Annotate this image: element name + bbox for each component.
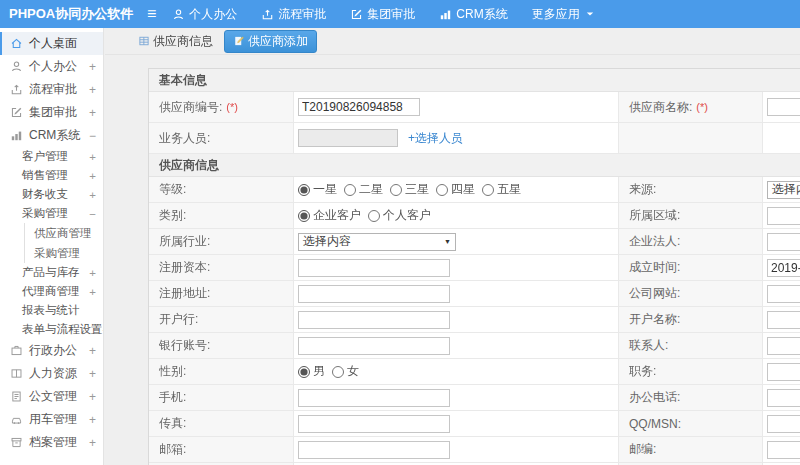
mobile-input[interactable] (298, 389, 450, 407)
radio-button[interactable] (482, 184, 494, 196)
sidebar-item-product-inventory[interactable]: 产品与库存+ (0, 263, 103, 282)
choose-person-link[interactable]: +选择人员 (408, 130, 463, 147)
nav-group-approval[interactable]: 集团审批 (350, 6, 415, 23)
nav-process-approval[interactable]: 流程审批 (261, 6, 326, 23)
postcode-input[interactable] (767, 441, 800, 459)
founded-date-input[interactable] (767, 259, 800, 277)
level-radio-2[interactable]: 三星 (390, 181, 429, 198)
company-website-input[interactable] (767, 285, 800, 303)
radio-button[interactable] (332, 366, 344, 378)
position-input[interactable] (767, 363, 800, 381)
sidebar-item-personal-office[interactable]: 个人办公+ (0, 55, 103, 78)
bank-account-input[interactable] (298, 337, 450, 355)
expand-toggle[interactable]: + (89, 344, 96, 358)
sidebar-item-hr[interactable]: 人力资源+ (0, 362, 103, 385)
region-input[interactable] (767, 207, 800, 225)
sidebar-item-agent-mgmt[interactable]: 代理商管理+ (0, 282, 103, 301)
nav-more-apps[interactable]: 更多应用 (532, 6, 594, 23)
form-row: 传真:QQ/MSN: (149, 411, 800, 437)
level-radio-3[interactable]: 四星 (436, 181, 475, 198)
expand-toggle[interactable]: + (89, 413, 96, 427)
nav-crm-system[interactable]: CRM系统 (439, 6, 507, 23)
registered-capital-input[interactable] (298, 259, 450, 277)
qq-msn-input[interactable] (767, 415, 800, 433)
field-cell (294, 385, 619, 410)
expand-toggle[interactable]: + (89, 436, 96, 450)
sidebar-item-personal-desktop[interactable]: 个人桌面 (0, 32, 103, 55)
sidebar-item-document-mgmt[interactable]: 公文管理+ (0, 385, 103, 408)
sidebar-item-crm-system[interactable]: CRM系统− (0, 124, 103, 147)
tab-supplier-add[interactable]: 供应商添加 (224, 30, 317, 53)
email-input[interactable] (298, 441, 450, 459)
sidebar-item-finance[interactable]: 财务收支+ (0, 185, 103, 204)
field-cell (294, 307, 619, 332)
sidebar-item-purchasing[interactable]: 采购管理 (24, 243, 103, 263)
field-label: 性别: (149, 359, 294, 384)
sidebar-item-archive-mgmt[interactable]: 档案管理+ (0, 431, 103, 454)
sidebar-item-purchase-mgmt[interactable]: 采购管理− (0, 204, 103, 223)
expand-toggle[interactable]: − (89, 129, 96, 143)
expand-toggle[interactable]: − (89, 208, 96, 220)
expand-toggle[interactable]: + (89, 267, 96, 279)
expand-toggle[interactable]: + (89, 367, 96, 381)
sidebar-item-process-approval[interactable]: 流程审批+ (0, 78, 103, 101)
level-radio-1[interactable]: 二星 (344, 181, 383, 198)
sidebar-item-group-approval[interactable]: 集团审批+ (0, 101, 103, 124)
legal-person-input[interactable] (767, 233, 800, 251)
level-radio-4[interactable]: 五星 (482, 181, 521, 198)
supplier-name-input[interactable] (767, 98, 800, 116)
sidebar-item-label: 档案管理 (29, 434, 77, 451)
sidebar-item-admin-office[interactable]: 行政办公+ (0, 339, 103, 362)
industry-select[interactable]: 选择内容▼ (298, 233, 456, 251)
nav-personal-office[interactable]: 个人办公 (172, 6, 237, 23)
expand-toggle[interactable]: + (89, 170, 96, 182)
radio-button[interactable] (298, 366, 310, 378)
required-mark: (*) (696, 101, 708, 113)
contact-person-input[interactable] (767, 337, 800, 355)
category-radio-0[interactable]: 企业客户 (298, 207, 361, 224)
category-radio-1[interactable]: 个人客户 (368, 207, 431, 224)
radio-button[interactable] (368, 210, 380, 222)
expand-toggle[interactable]: + (89, 60, 96, 74)
field-cell (763, 411, 800, 436)
expand-toggle[interactable]: + (89, 286, 96, 298)
field-cell: 男女 (294, 359, 619, 384)
expand-toggle[interactable]: + (89, 83, 96, 97)
sidebar-item-supplier-mgmt[interactable]: 供应商管理 (24, 223, 103, 243)
sidebar-item-form-flow-settings[interactable]: 表单与流程设置+ (0, 320, 103, 339)
account-name-input[interactable] (767, 311, 800, 329)
registered-address-input[interactable] (298, 285, 450, 303)
sidebar-item-vehicle-mgmt[interactable]: 用车管理+ (0, 408, 103, 431)
radio-button[interactable] (298, 210, 310, 222)
radio-button[interactable] (298, 184, 310, 196)
sidebar-item-sales-mgmt[interactable]: 销售管理+ (0, 166, 103, 185)
field-label: 业务人员: (149, 123, 294, 153)
office-phone-input[interactable] (767, 389, 800, 407)
sidebar-item-customer-mgmt[interactable]: 客户管理+ (0, 147, 103, 166)
tab-supplier-info[interactable]: 供应商信息 (133, 30, 218, 53)
fax-input[interactable] (298, 415, 450, 433)
bank-name-input[interactable] (298, 311, 450, 329)
gender-radio-1[interactable]: 女 (332, 363, 359, 380)
supplier-code-input[interactable] (298, 98, 420, 116)
field-cell (763, 255, 800, 280)
source-select[interactable]: 选择内容▼ (767, 181, 800, 199)
field-label: 办公电话: (619, 385, 763, 410)
level-radio-0[interactable]: 一星 (298, 181, 337, 198)
radio-button[interactable] (344, 184, 356, 196)
sidebar-item-label: 采购管理 (22, 206, 68, 221)
sidebar: 个人桌面个人办公+流程审批+集团审批+CRM系统−客户管理+销售管理+财务收支+… (0, 28, 104, 465)
expand-toggle[interactable]: + (103, 324, 104, 336)
radio-button[interactable] (436, 184, 448, 196)
expand-toggle[interactable]: + (89, 151, 96, 163)
expand-toggle[interactable]: + (89, 390, 96, 404)
grid-icon (138, 35, 150, 47)
business-person-input[interactable] (298, 129, 398, 147)
field-cell: 一星二星三星四星五星 (294, 177, 619, 202)
gender-radio-0[interactable]: 男 (298, 363, 325, 380)
hamburger-icon[interactable]: ≡ (147, 0, 156, 28)
radio-button[interactable] (390, 184, 402, 196)
sidebar-item-reports-stats[interactable]: 报表与统计 (0, 301, 103, 320)
expand-toggle[interactable]: + (89, 189, 96, 201)
expand-toggle[interactable]: + (89, 106, 96, 120)
